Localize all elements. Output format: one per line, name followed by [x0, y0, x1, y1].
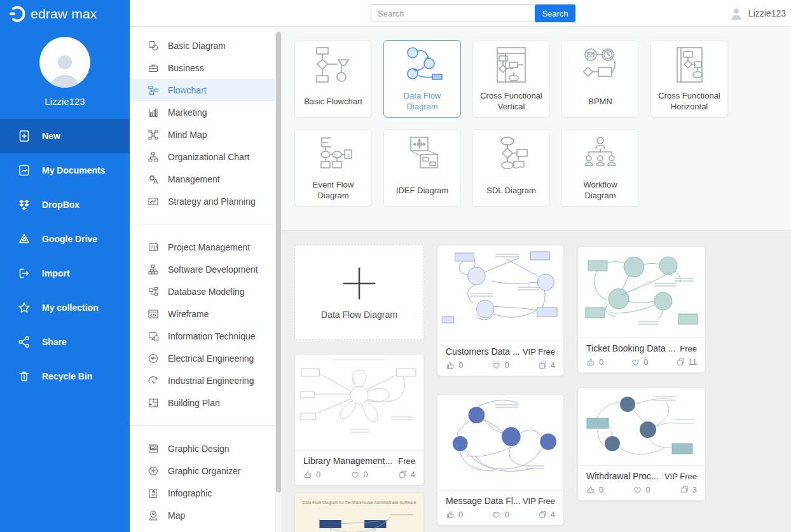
template-card-data-flow-diagram[interactable]: Data Flow Diagram — [383, 40, 461, 118]
category-item-wireframe[interactable]: Wireframe — [130, 303, 275, 325]
category-item-label: Wireframe — [168, 309, 209, 319]
template-card-event-flow-diagram[interactable]: Event Flow Diagram — [294, 129, 372, 207]
template-badge: VIP Free — [664, 472, 697, 481]
gallery-card[interactable]: Data Flow Diagram for the Warehouse Admi… — [294, 493, 424, 532]
category-item-infographic[interactable]: Infographic — [130, 482, 275, 504]
sidebar-item-google-drive[interactable]: Google Drive — [0, 222, 130, 256]
app-logo-text: edraw max — [31, 6, 97, 22]
like-stat[interactable]: 0 — [446, 510, 463, 519]
template-card-workflow-diagram[interactable]: Workflow Diagram — [561, 129, 639, 207]
template-badge: VIP Free — [523, 347, 555, 357]
like-stat[interactable]: 0 — [586, 485, 603, 494]
like-stat[interactable]: 0 — [446, 360, 463, 370]
template-thumbnail: Data Flow Diagram for the Warehouse Admi… — [295, 493, 423, 532]
sidebar-item-new[interactable]: New — [0, 119, 130, 153]
category-item-label: Business — [168, 63, 204, 73]
favorite-stat[interactable]: 0 — [633, 485, 650, 494]
copy-stat[interactable]: 3 — [680, 485, 697, 494]
category-item-electrical-engineering[interactable]: Electrical Engineering — [130, 347, 275, 369]
template-row: Basic Flowchart Data Flow Diagram Cross … — [294, 40, 791, 118]
favorite-stat[interactable]: 0 — [350, 470, 368, 479]
search-button[interactable]: Search — [535, 4, 575, 22]
template-card-label: Cross Functional Horizontal — [651, 90, 727, 117]
bpmn-icon — [562, 41, 638, 90]
like-stat[interactable]: 0 — [586, 357, 603, 367]
sidebar-item-label: My Documents — [42, 165, 106, 175]
star-icon — [18, 301, 31, 314]
new-blank-template-card[interactable]: Data Flow Diagram — [294, 245, 424, 340]
gallery-card[interactable]: Message Data Fl... VIP Free 0 0 4 — [437, 394, 564, 526]
favorite-stat[interactable]: 0 — [492, 360, 509, 370]
user-menu[interactable]: Lizzie123 — [729, 0, 786, 27]
gallery-card[interactable]: Withdrawal Proc... VIP Free 0 0 3 — [577, 387, 706, 501]
copy-stat[interactable]: 11 — [676, 357, 698, 367]
sidebar-item-import[interactable]: Import — [0, 256, 130, 290]
user-avatar-icon — [729, 6, 743, 20]
sidebar-item-my-collection[interactable]: My collection — [0, 290, 130, 325]
category-item-business[interactable]: Business — [130, 57, 275, 79]
avatar[interactable] — [39, 37, 90, 88]
template-card-basic-flowchart[interactable]: Basic Flowchart — [294, 40, 372, 118]
org-chart-icon — [148, 151, 159, 163]
category-item-graphic-organizer[interactable]: Graphic Organizer — [130, 460, 275, 482]
scrollbar-thumb[interactable] — [276, 32, 281, 493]
sidebar-item-my-documents[interactable]: My Documents — [0, 153, 130, 188]
gallery-card[interactable]: Library Management... Free 0 0 4 — [294, 354, 424, 486]
template-card-cross-functional-vertical[interactable]: Cross Functional Vertical — [472, 40, 550, 118]
bar-chart-icon — [148, 107, 159, 118]
category-item-label: Map — [168, 510, 185, 521]
sidebar-item-recycle-bin[interactable]: Recycle Bin — [0, 359, 130, 393]
category-item-strategy-and-planning[interactable]: Strategy and Planning — [130, 190, 275, 212]
template-card-sdl-diagram[interactable]: SDL Diagram — [472, 129, 550, 207]
category-item-graphic-design[interactable]: Graphic Design — [130, 437, 275, 460]
template-title: Withdrawal Proc... — [586, 471, 659, 481]
category-item-marketing[interactable]: Marketing — [130, 101, 275, 123]
search-input[interactable] — [371, 4, 535, 22]
category-item-label: Electrical Engineering — [168, 353, 254, 364]
template-card-idef-diagram[interactable]: IDEF Diagram — [383, 129, 461, 207]
cross-functional-vertical-icon — [473, 41, 549, 90]
category-item-information-technique[interactable]: Information Technique — [130, 325, 275, 347]
sidebar-nav: New My Documents DropBox Google Drive Im… — [0, 119, 130, 393]
sidebar-item-share[interactable]: Share — [0, 325, 130, 359]
category-item-label: Infographic — [168, 488, 212, 498]
gantt-icon — [148, 242, 159, 253]
divider — [130, 425, 275, 426]
category-panel: Basic Diagram Business Flowchart Marketi… — [130, 27, 275, 532]
favorite-stat[interactable]: 0 — [492, 510, 509, 519]
app-logo[interactable]: edraw max — [0, 0, 130, 22]
category-item-database-modeling[interactable]: Database Modeling — [130, 280, 275, 303]
category-item-label: Database Modeling — [168, 287, 245, 297]
template-thumbnail — [295, 355, 423, 451]
category-scrollbar[interactable] — [275, 27, 282, 532]
sidebar-item-dropbox[interactable]: DropBox — [0, 188, 130, 222]
category-item-software-development[interactable]: Software Development — [130, 258, 275, 280]
copy-stat[interactable]: 4 — [538, 510, 555, 519]
category-item-mind-map[interactable]: Mind Map — [130, 123, 275, 146]
template-card-bpmn[interactable]: BPMN — [561, 40, 639, 118]
category-item-label: Software Development — [168, 264, 258, 275]
copy-stat[interactable]: 4 — [538, 360, 555, 370]
category-item-organizational-chart[interactable]: Organizational Chart — [130, 146, 275, 168]
google-drive-icon — [18, 233, 31, 245]
category-item-management[interactable]: Management — [130, 168, 275, 190]
map-pin-icon — [148, 510, 159, 521]
window: { "app": { "logo_text": "edraw max" }, "… — [0, 0, 791, 532]
like-stat[interactable]: 0 — [303, 470, 320, 479]
profile-block: Lizzie123 — [0, 37, 130, 107]
category-item-map[interactable]: Map — [130, 504, 275, 526]
template-card-cross-functional-horizontal[interactable]: Cross Functional Horizontal — [650, 40, 728, 118]
copy-stat[interactable]: 4 — [398, 470, 415, 479]
category-item-project-management[interactable]: Project Management — [130, 236, 275, 258]
gallery-card[interactable]: Customers Data ... VIP Free 0 0 4 — [437, 245, 564, 376]
template-card-label: SDL Diagram — [473, 179, 549, 206]
category-item-industrial-engineering[interactable]: Industrial Engineering — [130, 369, 275, 392]
category-item-flowchart[interactable]: Flowchart — [130, 79, 275, 101]
category-item-building-plan[interactable]: Building Plan — [130, 392, 275, 414]
gallery-card[interactable]: Ticket Booking Data ... Free 0 0 11 — [577, 246, 706, 373]
category-group: Project Management Software Development … — [130, 236, 275, 414]
template-thumbnail — [437, 245, 563, 341]
favorite-stat[interactable]: 0 — [631, 357, 648, 367]
category-item-label: Strategy and Planning — [168, 196, 256, 207]
category-item-basic-diagram[interactable]: Basic Diagram — [130, 34, 275, 57]
